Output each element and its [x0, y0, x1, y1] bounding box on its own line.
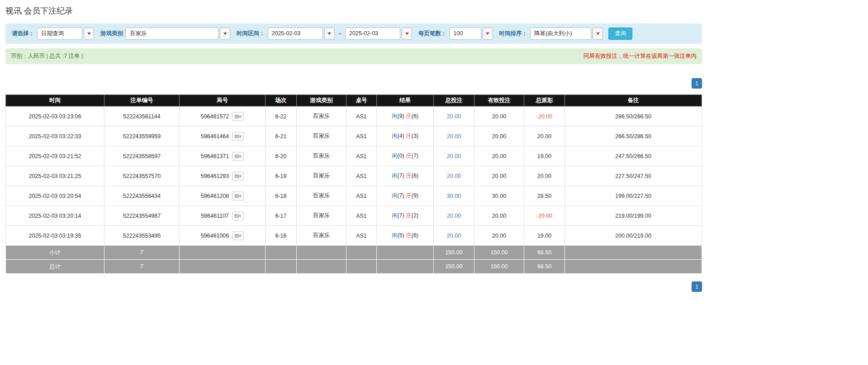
bet-records-table: 时间 注单编号 局号 场次 游戏类别 桌号 结果 总投注 有效投注 总派彩 备注…: [5, 94, 702, 274]
cell-payout: -20.00: [524, 206, 565, 226]
header-game-type: 游戏类别: [297, 95, 346, 107]
round-video-icon[interactable]: [232, 211, 244, 220]
header-table: 桌号: [346, 95, 377, 107]
header-total-bet: 总投注: [434, 95, 474, 107]
header-note: 备注: [565, 95, 702, 107]
cell-round-id: 596461293: [180, 166, 266, 186]
total-bet-link[interactable]: 20.00: [447, 133, 461, 140]
date-from-value[interactable]: 2025-02-03: [268, 28, 323, 40]
total-bet-link[interactable]: 20.00: [447, 233, 461, 239]
cell-session: 6-22: [266, 107, 297, 126]
search-button[interactable]: 查询: [608, 28, 632, 40]
game-type-dropdown-arrow-icon[interactable]: [220, 28, 230, 40]
cell-table: AS1: [346, 166, 377, 186]
cell-session: 6-20: [266, 146, 297, 166]
cell-bet-id: 522243556434: [104, 186, 180, 206]
time-sort-dropdown-arrow-icon[interactable]: [593, 28, 603, 40]
subtotal-payout: 66.50: [524, 246, 565, 260]
round-video-icon[interactable]: [232, 152, 244, 161]
round-video-icon[interactable]: [232, 132, 244, 141]
cell-time: 2025-02-03 03:20:54: [6, 186, 104, 206]
grand-total-label: 总计: [6, 260, 104, 274]
grand-total-row: 总计 7 150.00 150.00 66.50: [6, 260, 702, 274]
cell-valid-bet: 20.00: [474, 226, 524, 246]
chevron-down-icon: [486, 33, 489, 35]
date-to-dropdown-arrow-icon[interactable]: [402, 28, 412, 40]
pagination-bottom: 1: [5, 281, 702, 292]
cell-round-id: 596461208: [180, 186, 266, 206]
table-row: 2025-02-03 03:19:35 522243553495 5964610…: [6, 226, 702, 246]
table-row: 2025-02-03 03:21:25 522243557570 5964612…: [6, 166, 702, 186]
round-video-icon[interactable]: [232, 231, 244, 240]
cell-total-bet: 20.00: [434, 206, 474, 226]
select-type-label: 请选择：: [12, 30, 34, 37]
subtotal-label: 小计: [6, 246, 104, 260]
cell-total-bet: 20.00: [434, 166, 474, 186]
cell-table: AS1: [346, 206, 377, 226]
cell-payout: 19.00: [524, 146, 565, 166]
cell-note: 199.00/227.50: [565, 186, 702, 206]
select-type-combobox: 日期查询: [37, 28, 94, 40]
cell-result: 闲(9) 庄(6): [377, 107, 434, 126]
page-size-dropdown-arrow-icon[interactable]: [483, 28, 493, 40]
date-range-label: 时间区间：: [237, 30, 265, 37]
cell-round-id: 596461107: [180, 206, 266, 226]
cell-total-bet: 20.00: [434, 107, 474, 126]
page-1-button[interactable]: 1: [692, 281, 702, 292]
cell-game-type: 百家乐: [297, 226, 346, 246]
total-bet-link[interactable]: 20.00: [447, 113, 461, 120]
cell-payout: 19.00: [524, 226, 565, 246]
cell-round-id: 596461006: [180, 226, 266, 246]
header-bet-id: 注单编号: [104, 95, 180, 107]
table-header-row: 时间 注单编号 局号 场次 游戏类别 桌号 结果 总投注 有效投注 总派彩 备注: [6, 95, 702, 107]
round-video-icon[interactable]: [232, 112, 244, 121]
game-type-combobox: 百家乐: [126, 28, 230, 40]
round-video-icon[interactable]: [232, 192, 244, 201]
table-row: 2025-02-03 03:20:54 522243556434 5964612…: [6, 186, 702, 206]
page-title: 视讯 会员下注纪录: [5, 5, 702, 16]
cell-result: 闲(5) 庄(6): [377, 226, 434, 246]
game-type-value[interactable]: 百家乐: [126, 28, 218, 40]
total-bet-link[interactable]: 20.00: [447, 173, 461, 179]
cell-valid-bet: 20.00: [474, 206, 524, 226]
date-range-separator: ~: [338, 30, 342, 37]
cell-result: 闲(7) 庄(2): [377, 206, 434, 226]
cell-session: 6-21: [266, 126, 297, 146]
header-result: 结果: [377, 95, 434, 107]
page-size-value[interactable]: 100: [450, 28, 481, 40]
cell-table: AS1: [346, 226, 377, 246]
cell-total-bet: 20.00: [434, 146, 474, 166]
cell-total-bet: 20.00: [434, 126, 474, 146]
cell-valid-bet: 20.00: [474, 107, 524, 126]
page-container: 视讯 会员下注纪录 请选择： 日期查询 游戏类别 百家乐 时间区间： 2025-…: [5, 5, 702, 292]
cell-table: AS1: [346, 146, 377, 166]
table-row: 2025-02-03 03:22:33 522243559959 5964614…: [6, 126, 702, 146]
cell-table: AS1: [346, 126, 377, 146]
total-bet-link[interactable]: 20.00: [447, 153, 461, 159]
cell-round-id: 596461371: [180, 146, 266, 166]
date-to-value[interactable]: 2025-02-03: [345, 28, 400, 40]
chevron-down-icon: [596, 33, 600, 35]
total-bet-link[interactable]: 30.00: [447, 193, 461, 199]
header-session: 场次: [266, 95, 297, 107]
cell-total-bet: 30.00: [434, 186, 474, 206]
cell-time: 2025-02-03 03:21:25: [6, 166, 104, 186]
cell-result: 闲(7) 庄(9): [377, 186, 434, 206]
round-video-icon[interactable]: [232, 172, 244, 181]
cell-game-type: 百家乐: [297, 107, 346, 126]
total-bet-link[interactable]: 20.00: [447, 213, 461, 219]
subtotal-row: 小计 7 150.00 150.00 66.50: [6, 246, 702, 260]
cell-round-id: 596461572: [180, 107, 266, 126]
select-type-dropdown-arrow-icon[interactable]: [84, 28, 94, 40]
grand-total-payout: 66.50: [524, 260, 565, 274]
date-from-dropdown-arrow-icon[interactable]: [324, 28, 335, 40]
cell-game-type: 百家乐: [297, 126, 346, 146]
time-sort-value[interactable]: 降幂(由大到小): [530, 28, 591, 40]
cell-note: 247.50/266.50: [565, 146, 702, 166]
filter-bar: 请选择： 日期查询 游戏类别 百家乐 时间区间： 2025-02-03 ~ 20…: [5, 23, 702, 44]
cell-time: 2025-02-03 03:20:14: [6, 206, 104, 226]
table-row: 2025-02-03 03:20:14 522243554967 5964611…: [6, 206, 702, 226]
select-type-value[interactable]: 日期查询: [37, 28, 82, 40]
cell-bet-id: 522243557570: [104, 166, 180, 186]
page-1-button[interactable]: 1: [692, 78, 702, 89]
